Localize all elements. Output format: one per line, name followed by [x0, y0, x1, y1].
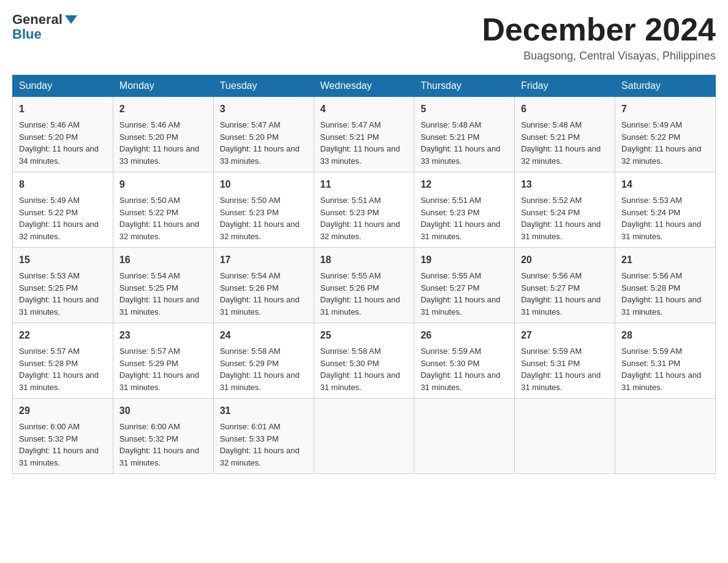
calendar-week-row: 22Sunrise: 5:57 AMSunset: 5:28 PMDayligh…	[13, 323, 716, 399]
day-number: 20	[521, 253, 609, 267]
calendar-day-cell: 6Sunrise: 5:48 AMSunset: 5:21 PMDaylight…	[515, 97, 615, 172]
col-header-wednesday: Wednesday	[314, 75, 414, 97]
calendar-day-cell: 12Sunrise: 5:51 AMSunset: 5:23 PMDayligh…	[414, 172, 515, 248]
day-number: 28	[621, 328, 709, 343]
sunrise-text: Sunrise: 5:49 AM	[621, 120, 682, 129]
sunrise-text: Sunrise: 5:47 AM	[320, 120, 381, 129]
sunset-text: Sunset: 5:23 PM	[220, 208, 279, 217]
calendar-day-cell	[414, 399, 515, 474]
calendar-day-cell: 13Sunrise: 5:52 AMSunset: 5:24 PMDayligh…	[515, 172, 615, 248]
sunset-text: Sunset: 5:30 PM	[420, 359, 479, 368]
sunset-text: Sunset: 5:24 PM	[521, 208, 580, 217]
calendar-day-cell: 9Sunrise: 5:50 AMSunset: 5:22 PMDaylight…	[113, 172, 213, 248]
sunset-text: Sunset: 5:20 PM	[220, 132, 279, 142]
daylight-text: Daylight: 11 hours and 33 minutes.	[420, 144, 500, 166]
sunset-text: Sunset: 5:21 PM	[320, 132, 379, 142]
sunrise-text: Sunrise: 5:56 AM	[521, 271, 582, 280]
day-number: 26	[420, 328, 508, 343]
daylight-text: Daylight: 11 hours and 32 minutes.	[320, 220, 400, 241]
daylight-text: Daylight: 11 hours and 31 minutes.	[621, 220, 701, 241]
col-header-friday: Friday	[515, 75, 615, 97]
calendar-day-cell: 10Sunrise: 5:50 AMSunset: 5:23 PMDayligh…	[213, 172, 314, 248]
sunset-text: Sunset: 5:32 PM	[119, 434, 178, 443]
title-block: December 2024 Buagsong, Central Visayas,…	[482, 12, 716, 63]
calendar-table: SundayMondayTuesdayWednesdayThursdayFrid…	[12, 75, 716, 474]
calendar-day-cell: 21Sunrise: 5:56 AMSunset: 5:28 PMDayligh…	[615, 248, 716, 323]
daylight-text: Daylight: 11 hours and 33 minutes.	[220, 144, 300, 166]
day-number: 30	[119, 404, 207, 418]
day-number: 25	[320, 328, 408, 343]
sunrise-text: Sunrise: 5:57 AM	[19, 347, 80, 356]
calendar-week-row: 8Sunrise: 5:49 AMSunset: 5:22 PMDaylight…	[13, 172, 716, 248]
sunrise-text: Sunrise: 5:51 AM	[320, 196, 381, 205]
day-number: 14	[621, 177, 709, 192]
daylight-text: Daylight: 11 hours and 31 minutes.	[19, 370, 99, 392]
sunrise-text: Sunrise: 5:54 AM	[119, 271, 180, 280]
sunset-text: Sunset: 5:27 PM	[420, 283, 479, 293]
sunset-text: Sunset: 5:20 PM	[119, 132, 178, 142]
day-number: 21	[621, 253, 709, 267]
sunrise-text: Sunrise: 5:47 AM	[220, 120, 281, 129]
day-number: 27	[521, 328, 609, 343]
day-number: 29	[19, 404, 107, 418]
calendar-day-cell: 24Sunrise: 5:58 AMSunset: 5:29 PMDayligh…	[213, 323, 314, 399]
calendar-day-cell: 4Sunrise: 5:47 AMSunset: 5:21 PMDaylight…	[314, 97, 414, 172]
daylight-text: Daylight: 11 hours and 31 minutes.	[320, 295, 400, 316]
daylight-text: Daylight: 11 hours and 31 minutes.	[420, 295, 500, 316]
sunrise-text: Sunrise: 5:46 AM	[19, 120, 80, 129]
sunset-text: Sunset: 5:31 PM	[621, 359, 680, 368]
day-number: 9	[119, 177, 207, 192]
calendar-day-cell: 26Sunrise: 5:59 AMSunset: 5:30 PMDayligh…	[414, 323, 515, 399]
day-number: 24	[220, 328, 308, 343]
calendar-day-cell: 30Sunrise: 6:00 AMSunset: 5:32 PMDayligh…	[113, 399, 213, 474]
day-number: 13	[521, 177, 609, 192]
day-number: 6	[521, 102, 609, 117]
logo-triangle-icon	[65, 15, 77, 24]
day-number: 5	[420, 102, 508, 117]
calendar-day-cell: 16Sunrise: 5:54 AMSunset: 5:25 PMDayligh…	[113, 248, 213, 323]
daylight-text: Daylight: 11 hours and 31 minutes.	[119, 295, 199, 316]
daylight-text: Daylight: 11 hours and 31 minutes.	[420, 370, 500, 392]
daylight-text: Daylight: 11 hours and 31 minutes.	[220, 370, 300, 392]
daylight-text: Daylight: 11 hours and 32 minutes.	[19, 220, 99, 241]
sunset-text: Sunset: 5:22 PM	[19, 208, 78, 217]
calendar-week-row: 15Sunrise: 5:53 AMSunset: 5:25 PMDayligh…	[13, 248, 716, 323]
sunset-text: Sunset: 5:33 PM	[220, 434, 279, 443]
sunset-text: Sunset: 5:22 PM	[621, 132, 680, 142]
daylight-text: Daylight: 11 hours and 32 minutes.	[220, 446, 300, 467]
sunrise-text: Sunrise: 5:55 AM	[320, 271, 381, 280]
month-title: December 2024	[482, 12, 716, 47]
daylight-text: Daylight: 11 hours and 31 minutes.	[621, 295, 701, 316]
sunrise-text: Sunrise: 5:53 AM	[19, 271, 80, 280]
col-header-thursday: Thursday	[414, 75, 515, 97]
day-number: 1	[19, 102, 107, 117]
sunrise-text: Sunrise: 5:57 AM	[119, 347, 180, 356]
day-number: 4	[320, 102, 408, 117]
daylight-text: Daylight: 11 hours and 32 minutes.	[119, 220, 199, 241]
day-number: 15	[19, 253, 107, 267]
sunrise-text: Sunrise: 5:46 AM	[119, 120, 180, 129]
daylight-text: Daylight: 11 hours and 31 minutes.	[621, 370, 701, 392]
sunrise-text: Sunrise: 5:56 AM	[621, 271, 682, 280]
daylight-text: Daylight: 11 hours and 31 minutes.	[19, 295, 99, 316]
calendar-day-cell: 15Sunrise: 5:53 AMSunset: 5:25 PMDayligh…	[13, 248, 113, 323]
daylight-text: Daylight: 11 hours and 31 minutes.	[119, 370, 199, 392]
day-number: 23	[119, 328, 207, 343]
sunrise-text: Sunrise: 5:59 AM	[420, 347, 481, 356]
daylight-text: Daylight: 11 hours and 32 minutes.	[521, 144, 601, 166]
sunrise-text: Sunrise: 5:54 AM	[220, 271, 281, 280]
calendar-week-row: 29Sunrise: 6:00 AMSunset: 5:32 PMDayligh…	[13, 399, 716, 474]
daylight-text: Daylight: 11 hours and 32 minutes.	[621, 144, 701, 166]
calendar-week-row: 1Sunrise: 5:46 AMSunset: 5:20 PMDaylight…	[13, 97, 716, 172]
day-number: 7	[621, 102, 709, 117]
daylight-text: Daylight: 11 hours and 31 minutes.	[521, 370, 601, 392]
logo-blue-text: Blue	[12, 27, 77, 42]
sunrise-text: Sunrise: 5:59 AM	[521, 347, 582, 356]
day-number: 3	[220, 102, 308, 117]
day-number: 12	[420, 177, 508, 192]
sunset-text: Sunset: 5:20 PM	[19, 132, 78, 142]
logo-general-text: General	[12, 12, 63, 27]
sunrise-text: Sunrise: 6:01 AM	[220, 422, 281, 431]
sunrise-text: Sunrise: 5:52 AM	[521, 196, 582, 205]
sunrise-text: Sunrise: 6:00 AM	[19, 422, 80, 431]
